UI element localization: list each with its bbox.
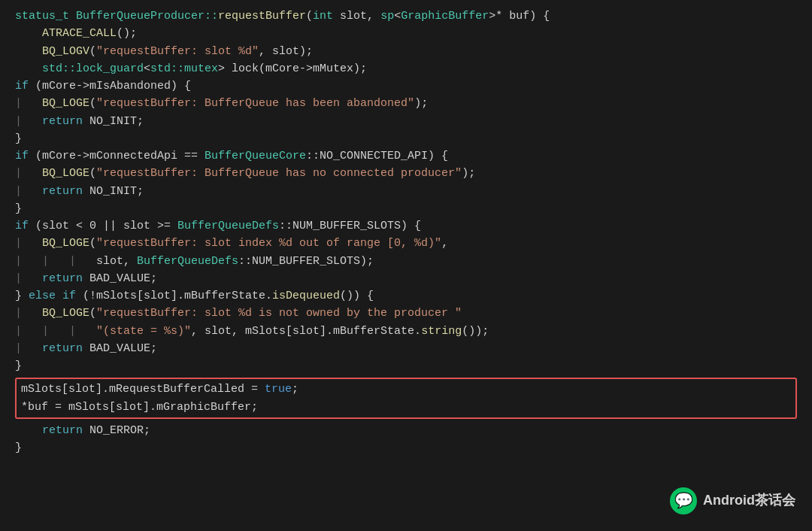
watermark-text: Android茶话会 (703, 490, 795, 511)
code-line: } (15, 130, 797, 147)
code-line: | return NO_INIT; (15, 113, 797, 130)
code-line: } else if (!mSlots[slot].mBufferState.is… (15, 287, 797, 305)
code-line: return NO_ERROR; (15, 422, 797, 439)
code-block: status_t BufferQueueProducer::requestBuf… (15, 8, 797, 457)
code-line: | | | "(state = %s)", slot, mSlots[slot]… (15, 323, 797, 340)
code-editor: status_t BufferQueueProducer::requestBuf… (0, 0, 812, 531)
code-line: | BQ_LOGE("requestBuffer: BufferQueue ha… (15, 165, 797, 182)
code-line: mSlots[slot].mRequestBufferCalled = true… (21, 381, 791, 398)
wechat-icon: 💬 (670, 487, 697, 514)
code-line: std::lock_guard<std::mutex> lock(mCore->… (15, 60, 797, 77)
code-line: | return BAD_VALUE; (15, 270, 797, 287)
code-line: | return BAD_VALUE; (15, 340, 797, 357)
code-line: if (mCore->mConnectedApi == BufferQueueC… (15, 147, 797, 165)
code-line: | | | slot, BufferQueueDefs::NUM_BUFFER_… (15, 253, 797, 270)
watermark: 💬 Android茶话会 (670, 487, 795, 514)
code-line: if (slot < 0 || slot >= BufferQueueDefs:… (15, 217, 797, 235)
highlighted-region: mSlots[slot].mRequestBufferCalled = true… (15, 378, 797, 419)
code-line: *buf = mSlots[slot].mGraphicBuffer; (21, 399, 791, 416)
code-line: | BQ_LOGE("requestBuffer: BufferQueue ha… (15, 95, 797, 112)
code-line: status_t BufferQueueProducer::requestBuf… (15, 8, 797, 25)
code-line: BQ_LOGV("requestBuffer: slot %d", slot); (15, 43, 797, 60)
code-line: } (15, 439, 797, 457)
code-line: } (15, 200, 797, 217)
code-line: ATRACE_CALL(); (15, 25, 797, 42)
code-line: | BQ_LOGE("requestBuffer: slot %d is not… (15, 305, 797, 322)
code-line: | BQ_LOGE("requestBuffer: slot index %d … (15, 235, 797, 252)
code-line: if (mCore->mIsAbandoned) { (15, 77, 797, 95)
code-line: | return NO_INIT; (15, 183, 797, 200)
code-line: } (15, 357, 797, 375)
